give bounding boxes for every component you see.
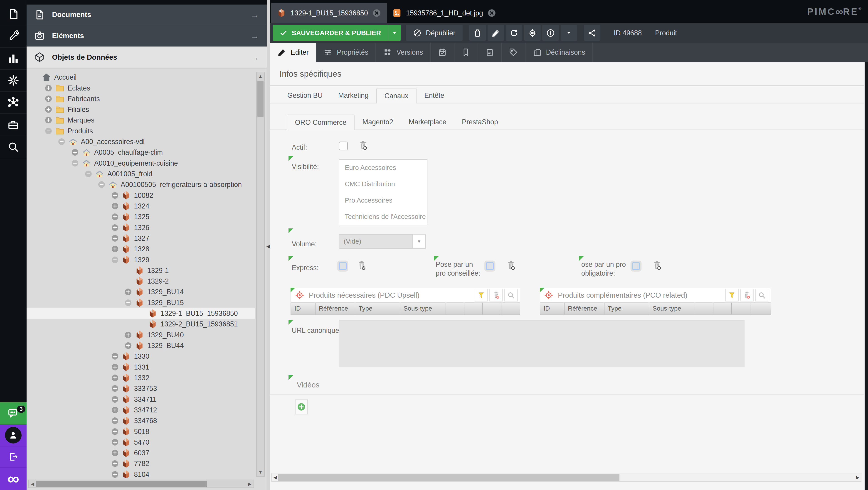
- tree-item-1332[interactable]: 1332: [27, 372, 255, 383]
- plus-toggle-icon[interactable]: [111, 395, 119, 403]
- plus-toggle-icon[interactable]: [124, 331, 132, 339]
- accordion-data-objects[interactable]: Objets de Données →: [27, 46, 267, 69]
- settings-rail-button[interactable]: [0, 70, 27, 92]
- add-video-button[interactable]: [295, 399, 308, 415]
- scroll-left-arrow[interactable]: ◀: [29, 480, 36, 488]
- document-tab[interactable]: 15935786_1_HD_det.jpg: [387, 3, 502, 23]
- plus-toggle-icon[interactable]: [124, 288, 132, 296]
- minus-toggle-icon[interactable]: [84, 170, 93, 177]
- tab-calendar[interactable]: [431, 43, 454, 62]
- url-canonique-textarea[interactable]: [339, 320, 745, 367]
- tab-gestion-bu[interactable]: Gestion BU: [280, 88, 331, 103]
- plus-toggle-icon[interactable]: [111, 353, 119, 360]
- tree-item-Marques[interactable]: Marques: [27, 115, 255, 126]
- plus-toggle-icon[interactable]: [111, 224, 119, 231]
- plus-toggle-icon[interactable]: [111, 192, 119, 199]
- tree-item-Produits[interactable]: Produits: [27, 126, 255, 136]
- column-header[interactable]: [501, 303, 520, 315]
- channel-tab-marketplace[interactable]: Marketplace: [401, 115, 454, 130]
- minus-toggle-icon[interactable]: [44, 127, 53, 135]
- column-header[interactable]: [464, 303, 483, 315]
- plus-toggle-icon[interactable]: [111, 213, 119, 221]
- scroll-up-arrow[interactable]: ▲: [257, 73, 264, 80]
- tree-item-A00100505_refrigerateurs-a-absorption[interactable]: A00100505_refrigerateurs-a-absorption: [27, 179, 255, 190]
- column-header[interactable]: [732, 303, 751, 315]
- plus-toggle-icon[interactable]: [111, 417, 119, 425]
- tree-item-7782[interactable]: 7782: [27, 458, 255, 469]
- plus-toggle-icon[interactable]: [111, 428, 119, 435]
- plus-toggle-icon[interactable]: [111, 234, 119, 242]
- plus-toggle-icon[interactable]: [111, 363, 119, 371]
- tree-item-Filiales[interactable]: Filiales: [27, 104, 255, 115]
- save-publish-button[interactable]: SAUVEGARDER & PUBLIER: [273, 25, 401, 41]
- tree-item-333753[interactable]: 333753: [27, 383, 255, 394]
- select-caret-button[interactable]: ▼: [412, 235, 425, 249]
- scroll-right-arrow[interactable]: ▶: [855, 473, 860, 481]
- plus-toggle-icon[interactable]: [111, 245, 119, 253]
- column-header[interactable]: [483, 303, 501, 315]
- tree-item-1329[interactable]: 1329: [27, 254, 255, 265]
- minus-toggle-icon[interactable]: [58, 138, 66, 145]
- filter-button[interactable]: [475, 289, 488, 301]
- plus-toggle-icon[interactable]: [111, 385, 119, 392]
- column-header[interactable]: [695, 303, 713, 315]
- tab-ent-te[interactable]: Entête: [416, 88, 452, 103]
- panel-splitter[interactable]: ◀: [267, 0, 270, 490]
- visibilite-option[interactable]: Euro Accessoires: [339, 160, 427, 176]
- visibilite-option[interactable]: CMC Distribution: [339, 176, 427, 192]
- express-clear-button[interactable]: [356, 260, 367, 271]
- save-options-caret[interactable]: [388, 25, 401, 41]
- plus-toggle-icon[interactable]: [44, 117, 53, 124]
- grid-column-headers[interactable]: IDRéférenceTypeSous-type: [290, 303, 520, 315]
- column-header-sous-type[interactable]: Sous-type: [649, 303, 695, 315]
- tree-item-5018[interactable]: 5018: [27, 426, 255, 437]
- locate-in-tree-button[interactable]: [524, 25, 541, 41]
- rename-button[interactable]: [488, 25, 504, 41]
- tree-vertical-scrollbar[interactable]: ▲ ▼: [256, 72, 265, 477]
- tree-horizontal-scrollbar[interactable]: ◀ ▶: [28, 480, 254, 488]
- user-menu-button[interactable]: [0, 424, 27, 447]
- tree-item-A001005_froid[interactable]: A001005_froid: [27, 168, 255, 179]
- close-icon[interactable]: [372, 9, 381, 18]
- clear-relations-button[interactable]: [740, 289, 753, 301]
- tree-item-A00_accessoires-vdl[interactable]: A00_accessoires-vdl: [27, 136, 255, 147]
- minus-toggle-icon[interactable]: [97, 181, 106, 189]
- tree-item-334768[interactable]: 334768: [27, 415, 255, 426]
- tree-item-1329_BU15[interactable]: 1329_BU15: [27, 297, 255, 308]
- tree-item-1326[interactable]: 1326: [27, 222, 255, 233]
- tab-bookmark[interactable]: [455, 43, 478, 62]
- column-header[interactable]: [750, 303, 771, 315]
- documents-rail-button[interactable]: [0, 3, 27, 26]
- close-icon[interactable]: [487, 9, 496, 18]
- column-header-id[interactable]: ID: [291, 303, 315, 315]
- grid-column-headers[interactable]: IDRéférenceTypeSous-type: [540, 303, 771, 315]
- tree-item-6037[interactable]: 6037: [27, 448, 255, 458]
- column-header-id[interactable]: ID: [540, 303, 564, 315]
- tree-item-A0010_equipement-cuisine[interactable]: A0010_equipement-cuisine: [27, 158, 255, 168]
- visibilite-option[interactable]: Techniciens de l'Accessoire: [339, 209, 427, 225]
- tree-item-1328[interactable]: 1328: [27, 243, 255, 254]
- tree-item-1330[interactable]: 1330: [27, 351, 255, 362]
- tab-propriétés[interactable]: Propriétés: [316, 43, 376, 62]
- document-tab[interactable]: 1329-1_BU15_15936850: [271, 3, 387, 23]
- workbench-rail-button[interactable]: [0, 114, 27, 136]
- plus-toggle-icon[interactable]: [111, 374, 119, 382]
- reports-rail-button[interactable]: [0, 47, 27, 70]
- pose-conseillee-clear-button[interactable]: [506, 260, 516, 271]
- tree-item-5470[interactable]: 5470: [27, 437, 255, 448]
- pose-conseillee-checkbox[interactable]: [486, 262, 494, 270]
- content-horizontal-scrollbar[interactable]: ◀ ▶: [271, 473, 861, 482]
- tree-item-10082[interactable]: 10082: [27, 190, 255, 200]
- tree-item-1329_BU14[interactable]: 1329_BU14: [27, 287, 255, 297]
- tree-item-1329_BU40[interactable]: 1329_BU40: [27, 330, 255, 340]
- search-relations-button[interactable]: [504, 289, 518, 301]
- column-header[interactable]: [713, 303, 732, 315]
- pose-obligatoire-clear-button[interactable]: [652, 260, 662, 271]
- tree-item-334711[interactable]: 334711: [27, 394, 255, 404]
- channel-tab-oro-commerce[interactable]: ORO Commerce: [287, 115, 354, 130]
- tab-déclinaisons[interactable]: Déclinaisons: [525, 43, 593, 62]
- plus-toggle-icon[interactable]: [44, 95, 53, 102]
- chat-button[interactable]: 3: [0, 402, 27, 424]
- tree-item-Accueil[interactable]: Accueil: [27, 72, 255, 83]
- scroll-left-arrow[interactable]: ◀: [272, 473, 278, 481]
